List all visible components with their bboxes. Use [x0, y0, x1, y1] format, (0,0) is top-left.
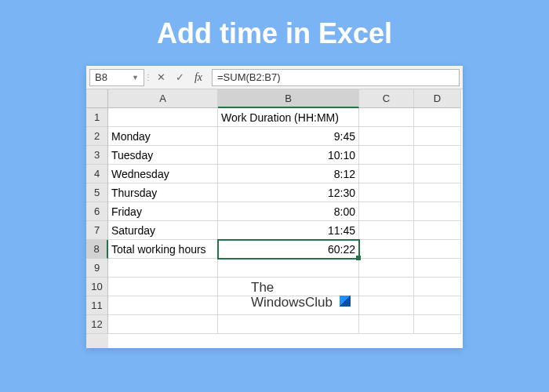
spreadsheet-grid[interactable]: 1 2 3 4 5 6 7 8 9 10 11 12 A B C D Work … [86, 89, 463, 348]
cell-A11[interactable] [108, 296, 218, 315]
col-header-A[interactable]: A [108, 89, 218, 108]
row-5: Thursday 12:30 [108, 183, 463, 202]
cell-A3[interactable]: Tuesday [108, 146, 218, 165]
row-1: Work Duration (HH:MM) [108, 108, 463, 127]
cell-D2[interactable] [414, 127, 461, 146]
row-header-2[interactable]: 2 [86, 127, 108, 146]
cell-B6[interactable]: 8:00 [218, 202, 359, 221]
name-box-value: B8 [95, 71, 107, 83]
cell-B10[interactable] [218, 278, 359, 296]
name-box[interactable]: B8 ▼ [89, 69, 144, 86]
row-8: Total working hours 60:22 [108, 240, 463, 259]
excel-window: B8 ▼ ⋮ ✕ ✓ fx =SUM(B2:B7) 1 2 3 4 5 6 7 … [86, 66, 463, 348]
enter-formula-button[interactable]: ✓ [171, 69, 188, 86]
col-header-C[interactable]: C [359, 89, 414, 108]
cell-D6[interactable] [414, 202, 461, 221]
cell-A9[interactable] [108, 259, 218, 278]
cell-C7[interactable] [359, 221, 414, 240]
row-header-1[interactable]: 1 [86, 108, 108, 127]
cell-C2[interactable] [359, 127, 414, 146]
cell-B9[interactable] [218, 259, 359, 278]
cell-C9[interactable] [359, 259, 414, 278]
fx-icon: fx [195, 71, 202, 84]
fill-handle[interactable] [356, 256, 361, 260]
cell-C11[interactable] [359, 296, 414, 315]
row-6: Friday 8:00 [108, 202, 463, 221]
cell-C6[interactable] [359, 202, 414, 221]
row-3: Tuesday 10:10 [108, 146, 463, 165]
column-headers: A B C D [108, 89, 463, 108]
cell-B8-value: 60:22 [328, 243, 355, 256]
cell-D1[interactable] [414, 108, 461, 127]
cell-D4[interactable] [414, 165, 461, 183]
cell-B1[interactable]: Work Duration (HH:MM) [218, 108, 359, 127]
cell-D7[interactable] [414, 221, 461, 240]
row-header-8[interactable]: 8 [86, 240, 108, 259]
cell-A10[interactable] [108, 278, 218, 296]
cell-A6[interactable]: Friday [108, 202, 218, 221]
cell-B12[interactable] [218, 315, 359, 334]
row-header-12[interactable]: 12 [86, 315, 108, 334]
page-title: Add time in Excel [157, 17, 392, 50]
col-header-D[interactable]: D [414, 89, 461, 108]
cell-C4[interactable] [359, 165, 414, 183]
cell-B8[interactable]: 60:22 [218, 240, 359, 259]
cell-B3[interactable]: 10:10 [218, 146, 359, 165]
cell-D8[interactable] [414, 240, 461, 259]
cell-B2[interactable]: 9:45 [218, 127, 359, 146]
cell-A8[interactable]: Total working hours [108, 240, 218, 259]
formula-input-value: =SUM(B2:B7) [217, 71, 281, 83]
cell-D12[interactable] [414, 315, 461, 334]
cell-B11[interactable] [218, 296, 359, 315]
cell-A5[interactable]: Thursday [108, 183, 218, 202]
x-icon: ✕ [157, 71, 165, 83]
row-header-9[interactable]: 9 [86, 259, 108, 278]
row-2: Monday 9:45 [108, 127, 463, 146]
row-4: Wednesday 8:12 [108, 165, 463, 183]
cell-A12[interactable] [108, 315, 218, 334]
row-10 [108, 278, 463, 296]
cell-C1[interactable] [359, 108, 414, 127]
formula-input[interactable]: =SUM(B2:B7) [212, 69, 460, 86]
cell-C5[interactable] [359, 183, 414, 202]
row-header-7[interactable]: 7 [86, 221, 108, 240]
row-header-4[interactable]: 4 [86, 165, 108, 183]
row-header-5[interactable]: 5 [86, 183, 108, 202]
row-header-11[interactable]: 11 [86, 296, 108, 315]
cell-A7[interactable]: Saturday [108, 221, 218, 240]
row-headers: 1 2 3 4 5 6 7 8 9 10 11 12 [86, 89, 108, 348]
cell-D11[interactable] [414, 296, 461, 315]
row-12 [108, 315, 463, 334]
formula-bar: B8 ▼ ⋮ ✕ ✓ fx =SUM(B2:B7) [86, 66, 463, 89]
row-9 [108, 259, 463, 278]
cell-A4[interactable]: Wednesday [108, 165, 218, 183]
check-icon: ✓ [176, 71, 184, 83]
cell-A1[interactable] [108, 108, 218, 127]
insert-function-button[interactable]: fx [190, 69, 207, 86]
cancel-formula-button[interactable]: ✕ [152, 69, 169, 86]
cell-D3[interactable] [414, 146, 461, 165]
row-header-3[interactable]: 3 [86, 146, 108, 165]
name-box-dropdown-icon[interactable]: ▼ [132, 74, 139, 82]
row-header-6[interactable]: 6 [86, 202, 108, 221]
select-all-corner[interactable] [86, 89, 108, 108]
cell-C10[interactable] [359, 278, 414, 296]
cell-D5[interactable] [414, 183, 461, 202]
cell-C8[interactable] [359, 240, 414, 259]
col-header-B[interactable]: B [218, 89, 359, 108]
name-box-resize-handle[interactable]: ⋮ [146, 69, 151, 86]
cell-B5[interactable]: 12:30 [218, 183, 359, 202]
cell-B7[interactable]: 11:45 [218, 221, 359, 240]
row-header-10[interactable]: 10 [86, 278, 108, 296]
row-11 [108, 296, 463, 315]
cell-B4[interactable]: 8:12 [218, 165, 359, 183]
row-7: Saturday 11:45 [108, 221, 463, 240]
cell-C3[interactable] [359, 146, 414, 165]
grid-columns: A B C D Work Duration (HH:MM) Monday 9:4… [108, 89, 463, 348]
cell-A2[interactable]: Monday [108, 127, 218, 146]
cell-D9[interactable] [414, 259, 461, 278]
cell-C12[interactable] [359, 315, 414, 334]
cell-D10[interactable] [414, 278, 461, 296]
